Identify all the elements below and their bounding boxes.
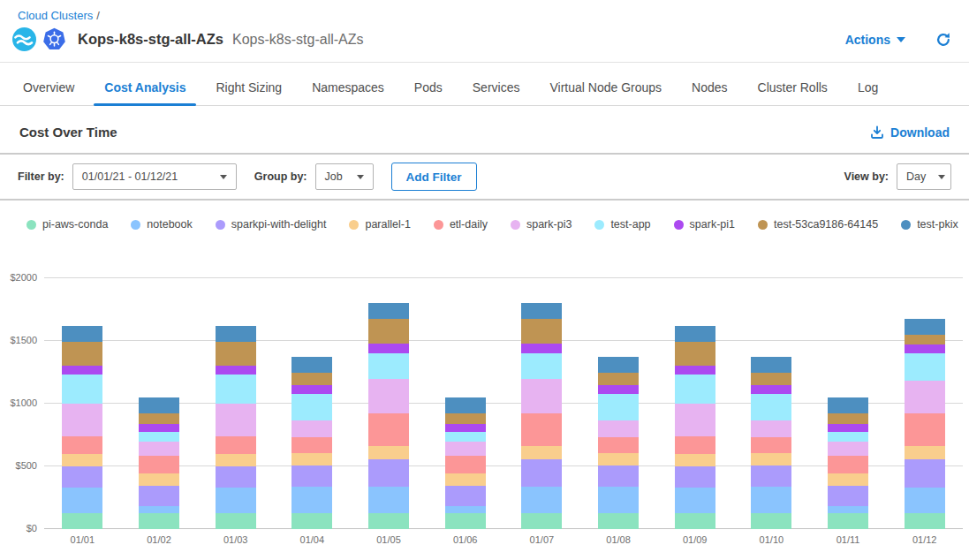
bar-segment-sparkpi-with-delight[interactable] (62, 466, 102, 488)
bar-segment-sparkpi-with-delight[interactable] (598, 465, 639, 488)
tab-virtual-node-groups[interactable]: Virtual Node Groups (549, 80, 662, 105)
bar-segment-spark-pi3[interactable] (445, 442, 486, 456)
bar-01-07[interactable] (521, 278, 562, 529)
legend-item-pi-aws-conda[interactable]: pi-aws-conda (26, 218, 108, 231)
bar-segment-test-53ca9186-64145[interactable] (62, 342, 102, 366)
bar-01-03[interactable] (216, 278, 256, 529)
bar-segment-etl-daily[interactable] (291, 437, 332, 453)
bar-01-04[interactable] (291, 278, 332, 529)
bar-segment-test-app[interactable] (368, 353, 409, 380)
bar-segment-test-app[interactable] (751, 394, 791, 420)
bar-segment-spark-pi1[interactable] (139, 424, 179, 432)
bar-segment-test-pkix[interactable] (445, 397, 486, 413)
bar-segment-test-53ca9186-64145[interactable] (368, 319, 409, 344)
bar-segment-notebook[interactable] (521, 487, 562, 513)
bar-01-12[interactable] (905, 278, 945, 529)
bar-segment-test-53ca9186-64145[interactable] (828, 413, 868, 424)
group-by-select[interactable]: Job (315, 163, 374, 190)
bar-segment-parallel-1[interactable] (291, 453, 332, 465)
bar-segment-test-pkix[interactable] (368, 303, 409, 319)
bar-segment-sparkpi-with-delight[interactable] (905, 459, 945, 488)
bar-segment-test-53ca9186-64145[interactable] (905, 335, 945, 344)
bar-segment-sparkpi-with-delight[interactable] (675, 466, 715, 488)
bar-segment-spark-pi3[interactable] (598, 420, 639, 436)
bar-segment-test-app[interactable] (598, 394, 639, 420)
bar-01-02[interactable] (139, 278, 179, 529)
tab-nodes[interactable]: Nodes (692, 80, 727, 105)
bar-segment-spark-pi3[interactable] (521, 379, 562, 412)
bar-segment-etl-daily[interactable] (62, 436, 102, 454)
bar-segment-pi-aws-conda[interactable] (598, 513, 639, 529)
legend-item-sparkpi-with-delight[interactable]: sparkpi-with-delight (216, 218, 327, 231)
bar-segment-pi-aws-conda[interactable] (675, 513, 715, 529)
bar-segment-parallel-1[interactable] (139, 473, 179, 486)
bar-01-01[interactable] (62, 278, 102, 529)
bar-segment-pi-aws-conda[interactable] (751, 513, 791, 529)
bar-segment-pi-aws-conda[interactable] (905, 513, 945, 529)
bar-segment-parallel-1[interactable] (445, 473, 486, 486)
legend-item-spark-pi1[interactable]: spark-pi1 (674, 218, 735, 231)
bar-segment-spark-pi1[interactable] (675, 366, 715, 375)
legend-item-test-pkix[interactable]: test-pkix (901, 218, 958, 231)
tab-cluster-rolls[interactable]: Cluster Rolls (758, 80, 828, 105)
bar-segment-notebook[interactable] (139, 506, 179, 513)
bar-segment-test-53ca9186-64145[interactable] (291, 373, 332, 385)
bar-segment-spark-pi1[interactable] (445, 424, 486, 432)
actions-button[interactable]: Actions (845, 33, 905, 47)
tab-log[interactable]: Log (858, 80, 878, 105)
download-button[interactable]: Download (870, 125, 950, 140)
bar-segment-notebook[interactable] (675, 488, 715, 513)
bar-segment-spark-pi1[interactable] (598, 385, 639, 394)
bar-segment-test-app[interactable] (675, 375, 715, 404)
bar-segment-test-53ca9186-64145[interactable] (445, 413, 486, 424)
bar-segment-sparkpi-with-delight[interactable] (445, 486, 486, 506)
add-filter-button[interactable]: Add Filter (391, 163, 477, 191)
legend-item-parallel-1[interactable]: parallel-1 (349, 218, 410, 231)
bar-01-10[interactable] (751, 278, 791, 529)
bar-segment-etl-daily[interactable] (216, 436, 256, 454)
bar-segment-parallel-1[interactable] (675, 454, 715, 466)
bar-segment-sparkpi-with-delight[interactable] (291, 465, 332, 488)
legend-item-test-53ca9186-64145[interactable]: test-53ca9186-64145 (758, 218, 878, 231)
bar-segment-pi-aws-conda[interactable] (291, 513, 332, 529)
bar-segment-spark-pi3[interactable] (291, 420, 332, 436)
bar-segment-etl-daily[interactable] (139, 456, 179, 473)
bar-segment-test-pkix[interactable] (751, 357, 791, 373)
bar-segment-parallel-1[interactable] (905, 446, 945, 459)
bar-segment-parallel-1[interactable] (828, 473, 868, 486)
tab-namespaces[interactable]: Namespaces (312, 80, 384, 105)
tab-overview[interactable]: Overview (23, 80, 74, 105)
bar-segment-sparkpi-with-delight[interactable] (521, 459, 562, 488)
bar-01-05[interactable] (368, 278, 409, 529)
bar-segment-etl-daily[interactable] (751, 437, 791, 453)
tab-pods[interactable]: Pods (414, 80, 443, 105)
bar-segment-test-53ca9186-64145[interactable] (521, 319, 562, 344)
bar-segment-test-53ca9186-64145[interactable] (751, 373, 791, 385)
bar-segment-spark-pi3[interactable] (62, 404, 102, 436)
bar-segment-test-pkix[interactable] (598, 357, 639, 373)
bar-segment-spark-pi3[interactable] (216, 404, 256, 436)
bar-segment-test-53ca9186-64145[interactable] (216, 342, 256, 366)
bar-segment-test-app[interactable] (139, 432, 179, 442)
bar-segment-parallel-1[interactable] (598, 453, 639, 465)
bar-segment-pi-aws-conda[interactable] (139, 513, 179, 529)
bar-segment-sparkpi-with-delight[interactable] (751, 465, 791, 488)
bar-01-06[interactable] (445, 278, 486, 529)
bar-segment-etl-daily[interactable] (675, 436, 715, 454)
refresh-button[interactable] (935, 32, 951, 48)
legend-item-test-app[interactable]: test-app (594, 218, 650, 231)
bar-segment-notebook[interactable] (291, 487, 332, 513)
bar-segment-spark-pi1[interactable] (751, 385, 791, 394)
bar-segment-test-pkix[interactable] (62, 326, 102, 342)
bar-segment-pi-aws-conda[interactable] (216, 513, 256, 529)
bar-segment-notebook[interactable] (62, 488, 102, 513)
bar-segment-notebook[interactable] (445, 506, 486, 513)
bar-segment-test-pkix[interactable] (675, 326, 715, 342)
bar-segment-test-pkix[interactable] (216, 326, 256, 342)
bar-segment-notebook[interactable] (751, 487, 791, 513)
bar-segment-test-pkix[interactable] (139, 397, 179, 413)
tab-cost-analysis[interactable]: Cost Analysis (104, 80, 185, 105)
bar-segment-parallel-1[interactable] (368, 446, 409, 459)
breadcrumb-link-cloud-clusters[interactable]: Cloud Clusters (18, 9, 93, 22)
bar-segment-parallel-1[interactable] (751, 453, 791, 465)
